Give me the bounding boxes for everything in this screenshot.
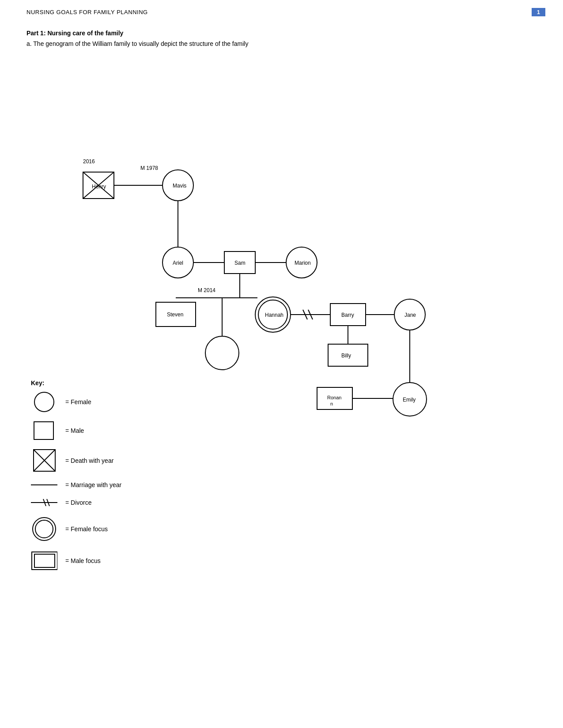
key-circle-svg bbox=[33, 391, 55, 413]
key-symbol-focus-male bbox=[31, 550, 57, 571]
key-item-focus-female: = Female focus bbox=[31, 516, 537, 542]
key-focus-circle-svg bbox=[31, 516, 57, 542]
key-label-focus-female: = Female focus bbox=[65, 525, 108, 533]
emily-label: Emily bbox=[403, 397, 416, 403]
barry-label: Barry bbox=[341, 312, 354, 318]
key-square-svg bbox=[33, 421, 55, 440]
ariel-label: Ariel bbox=[173, 260, 183, 266]
henry-death-year: 2016 bbox=[83, 158, 95, 165]
key-symbol-divorce bbox=[31, 497, 57, 508]
billy-label: Billy bbox=[341, 353, 351, 359]
key-item-marriage: = Marriage with year bbox=[31, 480, 537, 489]
genogram-diagram: 2016 M 1978 Henry Mavis Ariel Sam bbox=[39, 57, 525, 366]
ronan-label: Ronan bbox=[327, 395, 341, 400]
key-title: Key: bbox=[31, 379, 537, 387]
key-label-marriage: = Marriage with year bbox=[65, 481, 121, 488]
mavis-label: Mavis bbox=[173, 183, 186, 189]
svg-rect-12 bbox=[34, 554, 55, 567]
key-item-male: = Male bbox=[31, 421, 537, 440]
sam-label: Sam bbox=[234, 260, 246, 266]
page-number: 1 bbox=[532, 8, 545, 16]
ronan-label2: n bbox=[330, 401, 333, 406]
key-symbol-focus-female bbox=[31, 516, 57, 542]
key-item-divorce: = Divorce bbox=[31, 497, 537, 508]
page-header: NURSING GOALS FOR FAMILY PLANNING 1 bbox=[0, 0, 563, 16]
svg-point-0 bbox=[34, 392, 54, 412]
key-death-svg bbox=[32, 448, 57, 473]
key-label-male: = Male bbox=[65, 427, 84, 434]
jane-label: Jane bbox=[404, 312, 416, 318]
key-divorce-svg bbox=[31, 497, 57, 508]
steven-label: Steven bbox=[167, 311, 183, 318]
part-title: Part 1: Nursing care of the family bbox=[26, 30, 537, 37]
key-items: = Female = Male bbox=[31, 391, 537, 571]
marriage-1978-label: M 1978 bbox=[140, 165, 158, 171]
main-content: Part 1: Nursing care of the family a. Th… bbox=[0, 16, 563, 589]
child-unknown-node bbox=[205, 336, 239, 370]
genogram-svg: 2016 M 1978 Henry Mavis Ariel Sam bbox=[39, 57, 480, 366]
key-focus-square-svg bbox=[31, 550, 57, 571]
key-symbol-marriage bbox=[31, 480, 57, 489]
key-label-focus-male: = Male focus bbox=[65, 557, 101, 564]
key-symbol-female bbox=[31, 391, 57, 413]
svg-rect-1 bbox=[34, 422, 53, 439]
part-text: a. The genogram of the William family to… bbox=[26, 39, 537, 49]
key-label-divorce: = Divorce bbox=[65, 499, 92, 506]
marion-label: Marion bbox=[295, 260, 311, 266]
key-item-focus-male: = Male focus bbox=[31, 550, 537, 571]
key-label-female: = Female bbox=[65, 398, 91, 405]
key-item-death: = Death with year bbox=[31, 448, 537, 473]
marriage-2014-label: M 2014 bbox=[198, 287, 215, 293]
key-item-female: = Female bbox=[31, 391, 537, 413]
key-section: Key: = Female = Male bbox=[26, 379, 537, 571]
svg-point-10 bbox=[35, 520, 53, 538]
key-symbol-male bbox=[31, 421, 57, 440]
henry-label: Henry bbox=[92, 184, 106, 190]
document-title: NURSING GOALS FOR FAMILY PLANNING bbox=[26, 9, 148, 15]
key-symbol-death bbox=[31, 448, 57, 473]
key-line-svg bbox=[31, 480, 57, 489]
hannah-label: Hannah bbox=[265, 312, 283, 318]
key-label-death: = Death with year bbox=[65, 457, 113, 464]
